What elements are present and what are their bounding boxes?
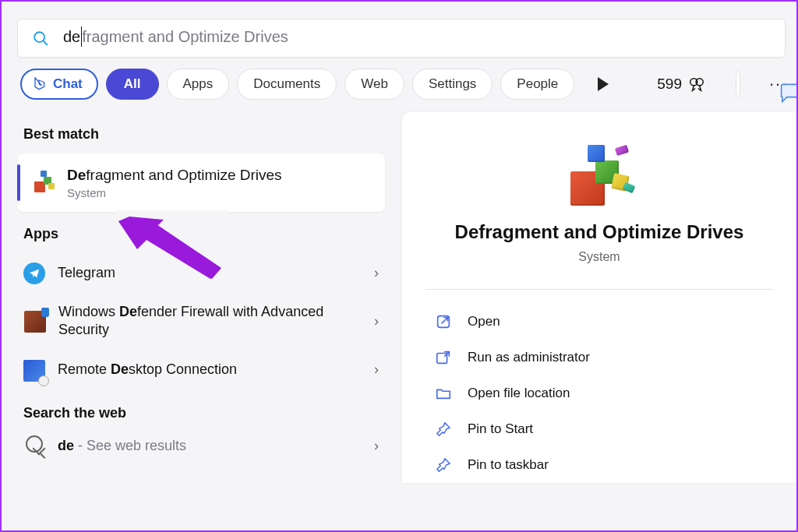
detail-category: System (425, 250, 773, 264)
detail-pane: Defragment and Optimize Drives System Op… (402, 112, 796, 483)
filter-documents[interactable]: Documents (237, 69, 337, 100)
bing-bubble-icon[interactable] (778, 83, 798, 104)
defrag-icon (33, 171, 56, 194)
results-area: Best match Defragment and Optimize Drive… (2, 106, 796, 483)
search-input-text[interactable]: defragment and Optimize Drives (63, 28, 288, 48)
divider (425, 289, 773, 290)
web-item-bold: de (58, 438, 74, 453)
bing-chat-icon (31, 76, 47, 92)
admin-icon (435, 349, 452, 366)
filter-settings[interactable]: Settings (412, 69, 493, 100)
chevron-right-icon: › (374, 361, 379, 378)
filter-people[interactable]: People (500, 69, 574, 100)
search-typed: de (63, 28, 80, 45)
action-pin-taskbar[interactable]: Pin to taskbar (425, 447, 773, 483)
medal-icon (688, 76, 705, 93)
web-item-rest: - See web results (74, 438, 186, 453)
best-title-bold: De (67, 167, 86, 183)
search-icon (32, 30, 49, 47)
app-item-rdp[interactable]: Remote Desktop Connection › (17, 349, 385, 391)
search-web-heading: Search the web (17, 391, 385, 432)
svg-line-1 (44, 41, 48, 45)
best-match-item[interactable]: Defragment and Optimize Drives System (17, 153, 385, 212)
filter-all[interactable]: All (106, 69, 159, 100)
app-item-telegram[interactable]: Telegram Desktop › (17, 253, 385, 294)
scroll-right-icon[interactable] (598, 77, 609, 91)
action-pin-start[interactable]: Pin to Start (425, 411, 773, 447)
detail-title: Defragment and Optimize Drives (425, 220, 773, 244)
action-open[interactable]: Open (425, 304, 773, 340)
open-icon (435, 313, 452, 330)
results-list: Best match Defragment and Optimize Drive… (2, 112, 385, 483)
pin-icon (435, 456, 452, 474)
rdp-icon (23, 360, 45, 382)
action-open-location[interactable]: Open file location (425, 375, 773, 411)
pin-icon (435, 421, 452, 438)
chat-pill[interactable]: Chat (20, 69, 98, 100)
text-cursor (81, 26, 82, 47)
chevron-right-icon: › (374, 265, 379, 281)
filter-apps[interactable]: Apps (167, 69, 230, 100)
user-avatar[interactable] (736, 71, 740, 97)
rewards-points[interactable]: 599 (657, 76, 705, 93)
folder-icon (435, 385, 452, 402)
chevron-right-icon: › (374, 438, 379, 454)
apps-heading: Apps (17, 212, 385, 253)
points-value: 599 (657, 76, 682, 93)
filter-bar: Chat All Apps Documents Web Settings Peo… (2, 69, 796, 106)
filter-web[interactable]: Web (344, 69, 404, 100)
telegram-icon (23, 262, 45, 284)
firewall-icon (24, 311, 46, 333)
search-completion: fragment and Optimize Drives (82, 28, 288, 45)
best-match-heading: Best match (17, 112, 385, 153)
chevron-right-icon: › (374, 313, 379, 329)
web-result-item[interactable]: de - See web results › (17, 432, 385, 467)
action-run-admin[interactable]: Run as administrator (425, 340, 773, 375)
best-match-category: System (67, 186, 282, 199)
chat-label: Chat (53, 76, 83, 92)
web-search-icon (23, 435, 45, 457)
best-match-text: Defragment and Optimize Drives System (67, 166, 282, 199)
best-title-rest: fragment and Optimize Drives (86, 167, 281, 183)
detail-app-icon (564, 143, 634, 206)
app-item-firewall[interactable]: Windows Defender Firewall with Advanced … (17, 294, 385, 349)
search-bar[interactable]: defragment and Optimize Drives (17, 19, 786, 58)
